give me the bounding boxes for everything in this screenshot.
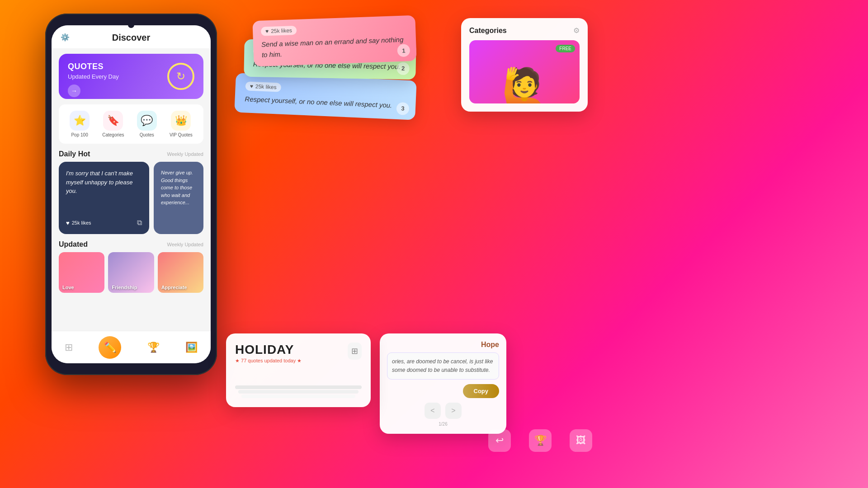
updated-header: Updated Weekly Updated [52,234,211,252]
love-label: Love [62,285,74,290]
settings-icon[interactable]: ⚙️ [61,33,71,43]
categories-image: 🙋 FREE [469,40,580,103]
hope-back-arrow[interactable]: < [425,403,441,419]
quote-text-2: Never give up. Good things come to those… [161,169,196,206]
card-pink-number: 1 [397,44,410,57]
bottom-navigation: ⊞ ✏️ 🏆 🖼️ [52,331,211,363]
daily-hot-cards: I'm sorry that I can't make myself unhap… [52,162,211,234]
quote-card-1[interactable]: I'm sorry that I can't make myself unhap… [59,162,149,234]
nav-categories[interactable]: 🔖 Categories [102,111,124,137]
gallery-icon: 🖼️ [185,342,198,353]
stacked-cards [235,371,362,398]
hope-forward-arrow[interactable]: > [445,403,462,419]
heart-icon-blue: ♥ [250,83,254,89]
trophy-icon-right: 🏆 [534,435,547,446]
nav-quotes[interactable]: 💬 Quotes [137,111,157,137]
daily-hot-badge: Weekly Updated [167,151,203,157]
back-icon: ↩ [495,435,504,446]
updated-title: Updated [59,240,88,249]
quote-footer-1: ♥ 25k likes ⧉ [66,219,142,227]
clock-icon: ↻ [176,70,185,83]
bottom-panels-row: ⊞ HOLIDAY ★ 77 quotes updated today ★ Ho… [226,333,597,434]
stack-card-1 [235,385,362,389]
updated-card-love[interactable]: Love [59,252,104,293]
phone-notch [128,22,134,28]
card-pink-likes: ♥ 25k likes [261,26,297,36]
hope-panel: Hope ories, are doomed to be cancel, is … [380,333,506,434]
gallery-icon-right: 🖼 [576,435,586,446]
page-indicator: 1/26 [387,422,499,427]
updated-card-friendship[interactable]: Friendship [108,252,154,293]
quote-card-2[interactable]: Never give up. Good things come to those… [154,162,203,234]
scene-container: ♥ 25k likes Respect yourself, or no one … [226,18,597,470]
bnr-back-btn[interactable]: ↩ [488,429,511,452]
phone-frame: ⚙️ Discover QUOTES Updated Every Day → ↻… [45,14,217,375]
hope-quote: ories, are doomed to be cancel, is just … [387,352,499,380]
home-grid-icon: ⊞ [65,342,73,353]
card-blue-quote: Respect yourself, or no one else will re… [245,94,406,111]
back-chevron-icon: < [430,407,434,415]
right-bottom-nav: ↩ 🏆 🖼 [488,429,592,452]
updated-badge: Weekly Updated [167,242,203,247]
clock-circle: ↻ [167,63,194,90]
pop100-icon-box: ⭐ [70,111,90,131]
screen-header: ⚙️ Discover [52,25,211,48]
quote-text-1: I'm sorry that I can't make myself unhap… [66,169,142,196]
card-blue-likes: ♥ 25k likes [245,81,281,92]
daily-hot-title: Daily Hot [59,150,90,158]
vip-label: VIP Quotes [170,132,193,137]
quotes-icon-box: 💬 [137,111,157,131]
heart-icon-1: ♥ [66,220,70,226]
categories-panel: Categories ⚙ 🙋 FREE [461,18,588,112]
heart-icon-pink: ♥ [265,28,269,34]
person-icon: 🙋 [502,66,547,103]
bottom-nav-edit[interactable]: ✏️ [99,336,121,359]
holiday-subtitle: ★ 77 quotes updated today ★ [235,358,362,364]
nav-pop100[interactable]: ⭐ Pop 100 [70,111,90,137]
holiday-grid-icon[interactable]: ⊞ [348,343,362,360]
star-icon-holiday: ★ [235,358,240,363]
phone-screen: ⚙️ Discover QUOTES Updated Every Day → ↻… [52,25,211,363]
hope-navigation: < > [387,403,499,419]
hope-copy-button[interactable]: Copy [463,384,500,398]
card-pink-quote: Send a wise man on an errand and say not… [261,34,408,60]
stack-card-2 [238,390,359,394]
bnr-trophy-btn[interactable]: 🏆 [529,429,552,452]
bnr-gallery-btn[interactable]: 🖼 [570,429,592,452]
categories-header: Categories ⚙ [469,26,580,35]
categories-label: Categories [102,132,124,137]
floating-card-pink: ♥ 25k likes Send a wise man on an errand… [252,15,416,67]
categories-icon-box: 🔖 [103,111,123,131]
updated-card-appreciate[interactable]: Appreciate [158,252,203,293]
stack-card-3 [241,394,355,398]
quotes-banner[interactable]: QUOTES Updated Every Day → ↻ [59,54,203,99]
forward-chevron-icon: > [451,407,455,415]
edit-icon: ✏️ [104,342,116,353]
appreciate-label: Appreciate [161,285,187,290]
categories-gear-icon[interactable]: ⚙ [573,26,580,35]
bottom-nav-trophy[interactable]: 🏆 [147,342,160,353]
card-green-number: 2 [396,62,409,75]
friendship-label: Friendship [112,285,137,290]
pop100-label: Pop 100 [71,132,88,137]
likes-row-1: ♥ 25k likes [66,220,91,226]
copy-icon-1[interactable]: ⧉ [137,219,142,227]
vip-icon-box: 👑 [171,111,191,131]
banner-arrow[interactable]: → [68,84,80,97]
likes-count-1: 25k likes [72,220,91,225]
bottom-nav-gallery[interactable]: 🖼️ [185,342,198,353]
phone-device: ⚙️ Discover QUOTES Updated Every Day → ↻… [45,14,217,375]
screen-title: Discover [112,33,151,43]
hope-label: Hope [387,341,499,349]
right-panels-col: Categories ⚙ 🙋 FREE [461,18,597,112]
categories-panel-title: Categories [469,27,507,35]
nav-vip[interactable]: 👑 VIP Quotes [170,111,193,137]
edit-button-circle[interactable]: ✏️ [99,336,121,359]
banner-decoration: ↻ [163,58,199,94]
category-nav: ⭐ Pop 100 🔖 Categories 💬 Quotes 👑 VIP Qu… [59,104,203,144]
free-badge: FREE [556,45,575,52]
bottom-nav-home[interactable]: ⊞ [65,342,73,353]
trophy-icon: 🏆 [147,342,160,353]
holiday-panel: ⊞ HOLIDAY ★ 77 quotes updated today ★ [226,333,371,407]
updated-grid: Love Friendship Appreciate [52,252,211,293]
